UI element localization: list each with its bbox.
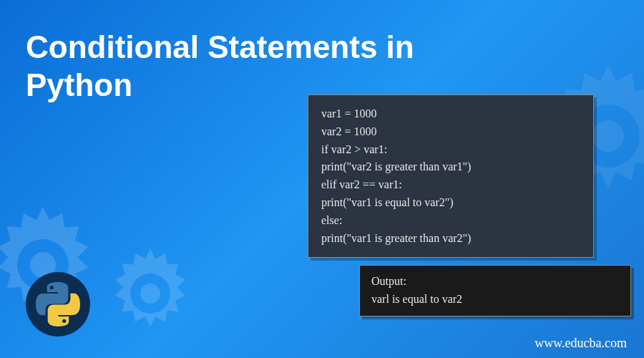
title-line-1: Conditional Statements in <box>26 29 414 67</box>
output-label: Output: <box>371 273 619 291</box>
code-line: var1 = 1000 <box>321 105 580 123</box>
code-line: elif var2 == var1: <box>321 176 580 194</box>
python-logo-badge <box>26 272 90 337</box>
page-title: Conditional Statements in Python <box>26 29 414 105</box>
code-line: print("var1 is equal to var2") <box>321 194 580 212</box>
gear-icon <box>100 243 200 344</box>
output-block: Output: varl is equal to var2 <box>359 265 631 316</box>
code-line: if var2 > var1: <box>321 141 580 159</box>
code-line: print("var1 is greater than var2") <box>321 230 580 248</box>
website-url: www.educba.com <box>535 336 627 351</box>
code-line: else: <box>321 212 580 230</box>
code-line: var2 = 1000 <box>321 123 580 141</box>
output-text: varl is equal to var2 <box>371 291 619 309</box>
code-line: print("var2 is greater than var1") <box>321 158 580 176</box>
python-logo-icon <box>36 282 80 326</box>
code-block: var1 = 1000 var2 = 1000 if var2 > var1: … <box>308 95 594 258</box>
